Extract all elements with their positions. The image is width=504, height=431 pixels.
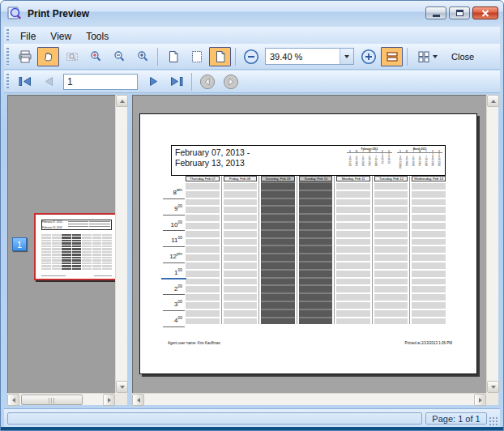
zoom-in-button[interactable] — [357, 47, 379, 66]
hour-label: 900 — [163, 199, 185, 216]
page-width-button[interactable] — [209, 47, 231, 66]
slot-row — [412, 191, 446, 198]
pan-button[interactable] — [37, 47, 59, 66]
hour-label: 8am — [163, 183, 185, 199]
slot-row — [224, 183, 258, 190]
thumbnail-row — [102, 240, 112, 241]
zoom-out-tool-button[interactable] — [108, 47, 130, 66]
close-window-button[interactable] — [472, 6, 498, 19]
toolbar-separator — [191, 73, 192, 91]
thumbnail-row — [82, 242, 92, 244]
scroll-down-button[interactable] — [487, 381, 499, 393]
slot-row — [299, 223, 333, 229]
mini-calendar: February 2013SMTWTFS12345678910111213141… — [347, 147, 392, 175]
zoom-in-tool-button[interactable] — [131, 47, 153, 66]
thumbnail-header: February 07, 2013 - February 13, 2013 — [41, 220, 112, 230]
chevron-down-icon — [344, 55, 349, 58]
zoom-in-circle-icon — [361, 49, 377, 65]
slot-row — [336, 254, 370, 261]
slot-row — [412, 310, 446, 317]
zoom-dropdown-button[interactable] — [340, 49, 353, 64]
thumbnail-vertical-scrollbar[interactable] — [115, 95, 127, 393]
mini-calendar-cell — [404, 166, 410, 169]
dynamic-zoom-button[interactable] — [84, 47, 106, 66]
thumbnail-row — [102, 265, 112, 267]
scrollbar-corner — [486, 393, 498, 405]
back-button[interactable] — [196, 72, 218, 92]
scroll-left-button[interactable] — [132, 394, 144, 406]
print-button[interactable] — [14, 47, 36, 66]
slot-row — [374, 286, 408, 292]
menu-item-view[interactable]: View — [43, 29, 79, 44]
thumbnail-row — [52, 254, 62, 255]
slot-row — [412, 294, 446, 301]
mini-calendar-cell — [436, 166, 442, 169]
scroll-down-button[interactable] — [116, 381, 128, 393]
page-number-input[interactable] — [63, 74, 138, 90]
last-page-button[interactable] — [165, 72, 187, 92]
thumbnail-row — [82, 254, 92, 255]
toolbar-grip[interactable] — [6, 48, 9, 66]
zoom-level-combobox[interactable]: 39.40 % — [265, 48, 354, 65]
thumbnail-row — [102, 257, 112, 258]
status-bar: Page: 1 of 1 — [4, 408, 500, 429]
thumbnail-horizontal-scrollbar[interactable] — [7, 393, 115, 405]
resize-grip[interactable] — [489, 416, 498, 426]
thumbnail-row — [72, 257, 82, 258]
toolbar-grip[interactable] — [6, 29, 9, 41]
scroll-right-button[interactable] — [103, 394, 115, 406]
scroll-up-button[interactable] — [116, 95, 128, 107]
thumbnail-row — [52, 237, 62, 238]
slot-row — [224, 239, 258, 245]
thumbnail-row — [102, 234, 112, 236]
thumbnail-row — [41, 242, 51, 244]
maximize-button[interactable] — [449, 6, 470, 19]
preview-vertical-scrollbar[interactable] — [486, 95, 498, 393]
whole-page-button[interactable] — [162, 47, 184, 66]
next-page-button[interactable] — [142, 72, 164, 92]
thumbnail-row — [52, 240, 62, 241]
thumbnail-row — [41, 257, 51, 258]
thumbnail-row — [72, 254, 82, 255]
title-bar[interactable]: Print Preview — [1, 1, 503, 27]
margin-view-button[interactable] — [186, 47, 207, 66]
zoom-out-button[interactable] — [240, 47, 262, 66]
mini-calendar-body: February 2013SMTWTFS12345678910111213141… — [347, 147, 392, 166]
arrow-down-icon — [120, 386, 125, 389]
scrollbar-thumb[interactable] — [21, 395, 83, 405]
menu-item-file[interactable]: File — [13, 29, 43, 44]
slot-row — [186, 239, 220, 245]
close-preview-button[interactable]: Close — [445, 49, 481, 65]
slot-row — [261, 262, 295, 269]
thumbnail-row — [82, 245, 92, 247]
menu-item-tools[interactable]: Tools — [79, 29, 116, 44]
slot-row — [261, 239, 295, 245]
page-thumbnail[interactable]: February 07, 2013 - February 13, 2013 — [34, 213, 119, 280]
preview-horizontal-scrollbar[interactable] — [132, 393, 486, 405]
continuous-view-button[interactable] — [381, 47, 403, 66]
slot-row — [412, 215, 446, 221]
scroll-up-button[interactable] — [487, 95, 499, 107]
slot-row — [299, 310, 333, 317]
thumbnail-row — [72, 234, 82, 236]
forward-button[interactable] — [220, 72, 241, 92]
slot-row — [261, 254, 295, 261]
multi-page-view-button[interactable] — [412, 47, 442, 66]
slot-row — [374, 223, 408, 229]
toolbar-grip[interactable] — [6, 74, 9, 89]
slot-row — [374, 310, 408, 317]
scroll-right-button[interactable] — [474, 394, 486, 406]
minimize-button[interactable] — [425, 6, 446, 19]
thumbnail-row — [52, 234, 62, 236]
print-preview-window: Print Preview FileViewTools — [0, 0, 504, 431]
marquee-zoom-button[interactable] — [61, 47, 83, 66]
slot-row — [261, 318, 295, 325]
mini-calendar: March 2013SMTWTFS12345678910111213141516… — [397, 147, 442, 175]
first-page-button[interactable] — [14, 72, 36, 92]
scroll-left-button[interactable] — [7, 394, 19, 406]
mini-calendar-cell: 26 — [360, 164, 366, 166]
thumbnail-column — [82, 234, 92, 270]
thumbnail-row — [82, 262, 92, 264]
previous-page-button[interactable] — [37, 72, 59, 92]
slot-row — [336, 302, 370, 309]
